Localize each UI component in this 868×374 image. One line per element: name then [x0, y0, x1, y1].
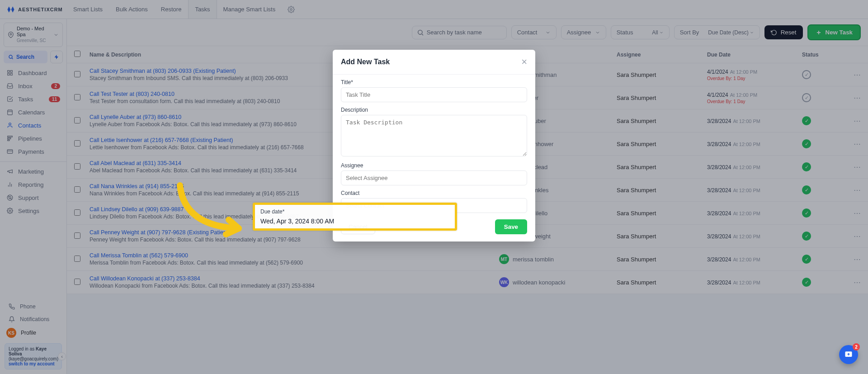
modal-title: Add New Task — [341, 58, 390, 66]
chat-plus-icon — [844, 350, 853, 359]
modal-close-button[interactable]: × — [521, 56, 527, 68]
highlight-due-date: Due date* Wed, Apr 3, 2024 8:00 AM — [253, 203, 457, 231]
due-date-value[interactable]: Wed, Apr 3, 2024 8:00 AM — [260, 218, 449, 225]
task-assignee-input[interactable] — [341, 170, 527, 185]
fab-badge: 2 — [853, 343, 860, 350]
field-description: Description — [341, 107, 527, 158]
field-title: Title* — [341, 79, 527, 102]
save-button[interactable]: Save — [495, 219, 527, 234]
task-description-input[interactable] — [341, 115, 527, 156]
field-assignee: Assignee — [341, 162, 527, 185]
floating-action-button[interactable]: 2 — [839, 345, 858, 364]
task-title-input[interactable] — [341, 87, 527, 102]
due-date-label: Due date* — [260, 208, 449, 215]
